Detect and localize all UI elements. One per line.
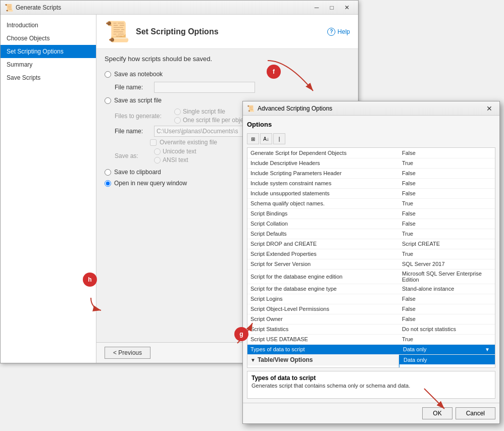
table-row[interactable]: Script DROP and CREATEScript CREATE xyxy=(247,239,495,249)
dropdown-arrow-icon[interactable]: ▼ xyxy=(484,347,491,352)
window-controls: ─ □ ✕ xyxy=(310,3,354,13)
table-row[interactable]: Script Object-Level PermissionsFalse xyxy=(247,304,495,314)
query-window-label: Open in new query window xyxy=(114,180,187,187)
options-label: Options xyxy=(247,120,495,129)
save-notebook-label: Save as notebook xyxy=(114,71,163,78)
table-row[interactable]: Schema qualify object names.True xyxy=(247,198,495,208)
ok-button[interactable]: OK xyxy=(422,407,452,419)
table-row[interactable]: Script OwnerFalse xyxy=(247,314,495,324)
notebook-filename-row: File name: xyxy=(115,82,350,93)
toolbar-sort-btn[interactable]: A↓ xyxy=(260,133,272,144)
save-script-radio[interactable] xyxy=(105,97,111,104)
sidebar-item-introduction[interactable]: Introduction xyxy=(1,19,96,32)
per-object-radio[interactable] xyxy=(174,117,181,124)
types-value: Data only xyxy=(403,346,426,352)
options-table: Generate Script for Dependent ObjectsFal… xyxy=(247,148,495,368)
unicode-radio[interactable] xyxy=(154,148,161,155)
table-row[interactable]: Include Descriptive HeadersTrue xyxy=(247,158,495,168)
wizard-title: Set Scripting Options xyxy=(136,27,219,36)
sidebar-item-summary[interactable]: Summary xyxy=(1,58,96,71)
query-window-radio[interactable] xyxy=(105,180,111,187)
table-row[interactable]: Include Scripting Parameters HeaderFalse xyxy=(247,168,495,178)
ansi-option[interactable]: ANSI text xyxy=(154,156,196,164)
single-script-label: Single script file xyxy=(183,108,225,115)
description-title: Types of data to script xyxy=(251,374,491,382)
save-as-notebook-option[interactable]: Save as notebook xyxy=(105,71,350,78)
sidebar-item-choose-objects[interactable]: Choose Objects xyxy=(1,32,96,45)
previous-button[interactable]: < Previous xyxy=(105,347,150,359)
ansi-label: ANSI text xyxy=(163,156,188,164)
dialog-buttons: OK Cancel xyxy=(243,403,499,423)
table-row[interactable]: Script LoginsFalse xyxy=(247,294,495,304)
dialog-close-button[interactable]: ✕ xyxy=(483,103,495,114)
sidebar-item-set-scripting-options[interactable]: Set Scripting Options xyxy=(1,45,96,58)
description-box: Types of data to script Generates script… xyxy=(247,371,495,399)
wizard-icon: 📜 xyxy=(105,20,130,43)
file-name-label1: File name: xyxy=(115,84,150,91)
table-row[interactable]: Script BindingsFalse xyxy=(247,208,495,219)
file-name-label2: File name: xyxy=(115,128,150,135)
table-row[interactable]: Script CollationFalse xyxy=(247,219,495,229)
clipboard-radio[interactable] xyxy=(105,169,111,176)
table-row[interactable]: Include system constraint namesFalse xyxy=(247,178,495,188)
save-as-label: Save as: xyxy=(115,152,150,159)
table-row[interactable]: Script DefaultsTrue xyxy=(247,229,495,239)
table-row[interactable]: Script for the database engine typeStand… xyxy=(247,284,495,294)
table-row[interactable]: Generate Script for Dependent ObjectsFal… xyxy=(247,148,495,158)
save-script-label: Save as script file xyxy=(114,97,162,104)
dialog-title: Advanced Scripting Options xyxy=(258,105,332,112)
table-row[interactable]: Script USE DATABASETrue xyxy=(247,334,495,344)
window-title: Generate Scripts xyxy=(16,4,61,11)
clipboard-label: Save to clipboard xyxy=(114,169,161,176)
description-text: Generates script that contains schema on… xyxy=(251,383,491,389)
script-filename-input[interactable] xyxy=(154,126,255,137)
save-notebook-radio[interactable] xyxy=(105,71,111,78)
one-per-object-option[interactable]: One script file per object xyxy=(174,117,248,124)
options-toolbar: ⊞ A↓ | xyxy=(247,133,495,144)
types-of-data-row[interactable]: Types of data to script Data only ▼ Data… xyxy=(247,344,495,354)
minimize-button[interactable]: ─ xyxy=(310,3,324,13)
single-script-option[interactable]: Single script file xyxy=(174,108,248,115)
options-table-container: Generate Script for Dependent ObjectsFal… xyxy=(247,147,495,368)
notebook-filename-input[interactable] xyxy=(154,82,255,93)
files-to-generate-label: Files to generate: xyxy=(115,113,170,120)
table-row[interactable]: Script StatisticsDo not script statistic… xyxy=(247,324,495,334)
unicode-option[interactable]: Unicode text xyxy=(154,148,196,155)
toolbar-pipe-btn[interactable]: | xyxy=(273,133,285,144)
window-icon: 📜 xyxy=(5,4,13,12)
dialog-title-bar: 📜 Advanced Scripting Options ✕ xyxy=(243,101,499,116)
header-area: 📜 Set Scripting Options ? Help xyxy=(96,15,358,49)
toolbar-grid-btn[interactable]: ⊞ xyxy=(247,133,259,144)
dropdown-item-schema-and-data[interactable]: Schema and data xyxy=(399,364,495,368)
wizard-header: 📜 Set Scripting Options xyxy=(105,20,219,43)
dialog-content: Options ⊞ A↓ | Generate Script for Depen… xyxy=(243,116,499,403)
table-row[interactable]: Script Extended PropertiesTrue xyxy=(247,249,495,259)
maximize-button[interactable]: □ xyxy=(325,3,339,13)
title-bar: 📜 Generate Scripts ─ □ ✕ xyxy=(1,1,358,15)
ansi-radio[interactable] xyxy=(154,157,161,164)
table-row[interactable]: Script for the database engine editionMi… xyxy=(247,269,495,284)
single-script-radio[interactable] xyxy=(174,109,181,115)
sidebar: Introduction Choose Objects Set Scriptin… xyxy=(1,15,96,363)
unicode-label: Unicode text xyxy=(163,148,196,155)
overwrite-checkbox[interactable] xyxy=(150,139,157,146)
per-object-label: One script file per object xyxy=(183,117,248,124)
dropdown-popup: Data only Schema and data Schema only xyxy=(399,355,495,368)
close-button[interactable]: ✕ xyxy=(340,3,354,13)
dropdown-item-data-only[interactable]: Data only xyxy=(399,355,495,364)
overwrite-label: Overwrite existing file xyxy=(160,139,217,146)
help-icon: ? xyxy=(327,28,335,36)
specify-text: Specify how scripts should be saved. xyxy=(96,49,358,67)
cancel-button[interactable]: Cancel xyxy=(456,407,495,419)
sidebar-item-save-scripts[interactable]: Save Scripts xyxy=(1,71,96,84)
help-link[interactable]: ? Help xyxy=(327,28,350,36)
table-row[interactable]: Script for Server VersionSQL Server 2017 xyxy=(247,259,495,269)
advanced-dialog: 📜 Advanced Scripting Options ✕ Options ⊞… xyxy=(242,101,500,424)
table-row[interactable]: Include unsupported statementsFalse xyxy=(247,188,495,198)
dialog-icon: 📜 xyxy=(247,105,255,112)
section-expand-icon: ▼ xyxy=(250,357,256,363)
